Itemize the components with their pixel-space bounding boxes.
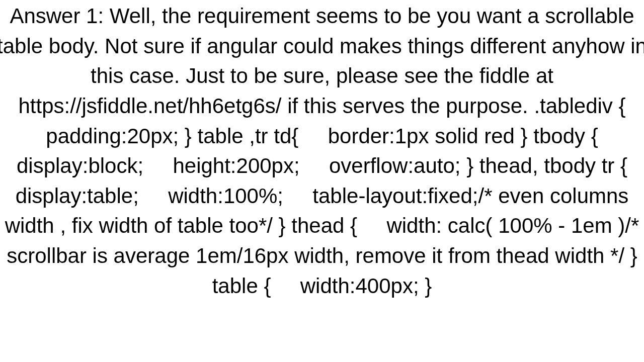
css-code-block: .tablediv { padding:20px; } table ,tr td…	[5, 94, 644, 298]
fiddle-link[interactable]: https://jsfiddle.net/hh6etg6s/	[18, 94, 281, 118]
answer-text-block: Answer 1: Well, the requirement seems to…	[0, 0, 644, 301]
answer-intro-tail: if this serves the purpose.	[287, 94, 528, 118]
answer-label: Answer 1:	[10, 4, 104, 28]
